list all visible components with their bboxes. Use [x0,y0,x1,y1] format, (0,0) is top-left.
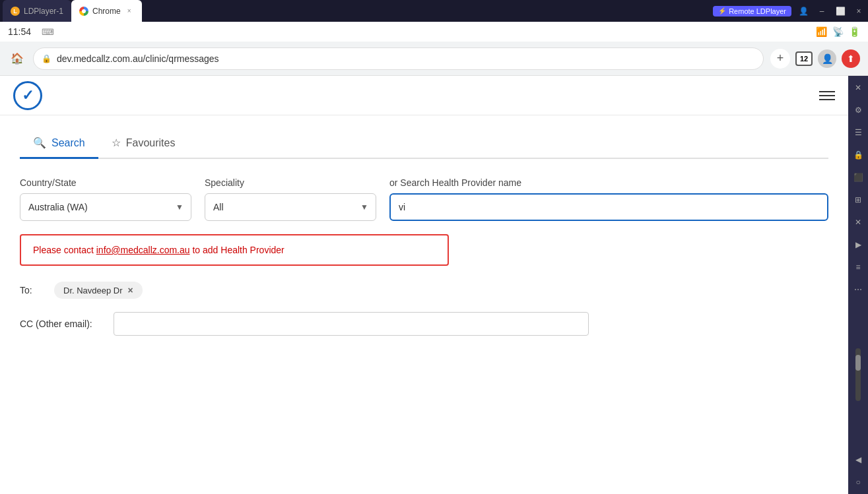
signal-icon: 📡 [832,26,844,37]
speciality-select[interactable]: All General Practice Cardiology [205,193,376,221]
browser-bar: 🏠 🔒 dev.medcallz.com.au/clinic/qrmessage… [0,42,868,76]
recipient-name: Dr. Navdeep Dr [63,286,123,295]
address-url: dev.medcallz.com.au/clinic/qrmessages [57,53,219,64]
to-label: To: [20,285,46,295]
page-content: 🔍 Search ☆ Favourites Country/State Aust… [0,115,848,362]
hamburger-line-3 [819,99,835,100]
tab-chrome-label: Chrome [92,7,121,16]
provider-search-label: or Search Health Provider name [389,177,828,188]
tab-search[interactable]: 🔍 Search [20,129,98,159]
browser-actions: + 12 👤 ⬆ [770,49,860,69]
status-icons: 📶 📡 🔋 [816,26,860,37]
sidebar-icon-1[interactable]: ✕ [851,81,865,94]
logo-circle: ✓ [13,81,42,110]
cc-field-row: CC (Other email): [20,312,828,336]
restore-button[interactable]: ⬜ [834,5,847,18]
tab-ldplayer[interactable]: L LDPlayer-1 [3,0,71,22]
taskbar-actions: ⚡ Remote LDPlayer 👤 – ⬜ × [713,5,865,18]
speciality-field-group: Speciality All General Practice Cardiolo… [205,177,376,221]
speciality-select-wrap: All General Practice Cardiology ▼ [205,193,376,221]
sidebar-icon-4[interactable]: 🔒 [851,148,865,162]
sidebar-icon-6[interactable]: ⊞ [851,193,865,206]
address-security-icon: 🔒 [42,54,51,63]
provider-search-group: or Search Health Provider name [389,177,828,221]
profile-icon: 👤 [822,53,833,64]
provider-search-input[interactable] [389,193,828,221]
cc-input[interactable] [114,312,589,336]
sidebar-icon-9[interactable]: ≡ [851,261,865,274]
profile-icon[interactable]: 👤 [797,5,810,18]
country-select-wrap: Australia (WA) Australia (NSW) Australia… [20,193,191,221]
sidebar-icon-circle[interactable]: ○ [851,476,865,489]
tab-favourites[interactable]: ☆ Favourites [98,129,189,159]
chrome-favicon [79,7,88,16]
profile-button[interactable]: 👤 [818,49,836,68]
app-logo: ✓ [13,81,42,110]
tab-bar: 🔍 Search ☆ Favourites [20,129,828,159]
country-select[interactable]: Australia (WA) Australia (NSW) Australia… [20,193,191,221]
content-wrap: ✓ 🔍 Search ☆ Favourites [0,76,868,494]
minimize-button[interactable]: – [815,5,828,18]
alert-box: Please contact info@medcallz.com.au to a… [20,234,449,266]
country-label: Country/State [20,177,191,188]
recipient-remove-button[interactable]: × [128,285,133,295]
new-tab-button[interactable]: + [770,49,790,69]
status-time: 11:54 [8,26,31,37]
scrollbar-track[interactable] [855,348,861,401]
speciality-label: Speciality [205,177,376,188]
tab-favourites-label: Favourites [126,137,176,149]
favourites-tab-icon: ☆ [112,137,121,149]
remote-badge: ⚡ Remote LDPlayer [713,6,791,16]
sidebar-icon-2[interactable]: ⚙ [851,104,865,117]
ldplayer-favicon: L [11,7,20,16]
sidebar-icon-5[interactable]: ⬛ [851,171,865,184]
country-field-group: Country/State Australia (WA) Australia (… [20,177,191,221]
alert-suffix: to add Health Provider [190,245,284,255]
statusbar: 11:54 ⌨ 📶 📡 🔋 [0,22,868,42]
main-area: ✓ 🔍 Search ☆ Favourites [0,76,848,494]
sidebar-icon-3[interactable]: ☰ [851,126,865,139]
alert-email[interactable]: info@medcallz.com.au [96,245,190,255]
hamburger-line-1 [819,91,835,92]
to-field-row: To: Dr. Navdeep Dr × [20,282,828,299]
scrollbar-thumb[interactable] [855,355,861,371]
cc-label: CC (Other email): [20,319,106,329]
address-bar[interactable]: 🔒 dev.medcallz.com.au/clinic/qrmessages [33,47,764,70]
wifi-icon: 📶 [816,26,827,37]
tab-count-button[interactable]: 12 [795,51,813,66]
update-icon: ⬆ [847,53,855,64]
home-button[interactable]: 🏠 [8,49,26,68]
close-button[interactable]: × [852,5,865,18]
keyboard-icon: ⌨ [42,27,54,37]
app-header: ✓ [0,76,848,115]
sidebar-icon-8[interactable]: ▶ [851,238,865,251]
alert-prefix: Please contact [33,245,96,255]
tab-chrome[interactable]: Chrome × [71,0,142,22]
sidebar-icon-7[interactable]: ✕ [851,216,865,229]
battery-icon: 🔋 [849,26,860,37]
hamburger-line-2 [819,95,835,96]
search-form: Country/State Australia (WA) Australia (… [20,177,828,221]
update-button[interactable]: ⬆ [842,49,860,68]
scrollbar-area [855,305,861,444]
tab-ldplayer-label: LDPlayer-1 [24,7,63,16]
tab-chrome-close[interactable]: × [125,7,134,16]
sidebar-icon-10[interactable]: ⋯ [851,283,865,296]
taskbar: L LDPlayer-1 Chrome × ⚡ Remote LDPlayer … [0,0,868,22]
sidebar-icon-chevron-left[interactable]: ◀ [851,453,865,466]
search-tab-icon: 🔍 [33,137,46,149]
tab-search-label: Search [51,137,85,149]
recipient-tag: Dr. Navdeep Dr × [54,282,143,299]
logo-checkmark: ✓ [22,87,34,104]
right-sidebar: ✕ ⚙ ☰ 🔒 ⬛ ⊞ ✕ ▶ ≡ ⋯ ◀ ○ [848,76,868,494]
hamburger-menu[interactable] [819,91,835,100]
